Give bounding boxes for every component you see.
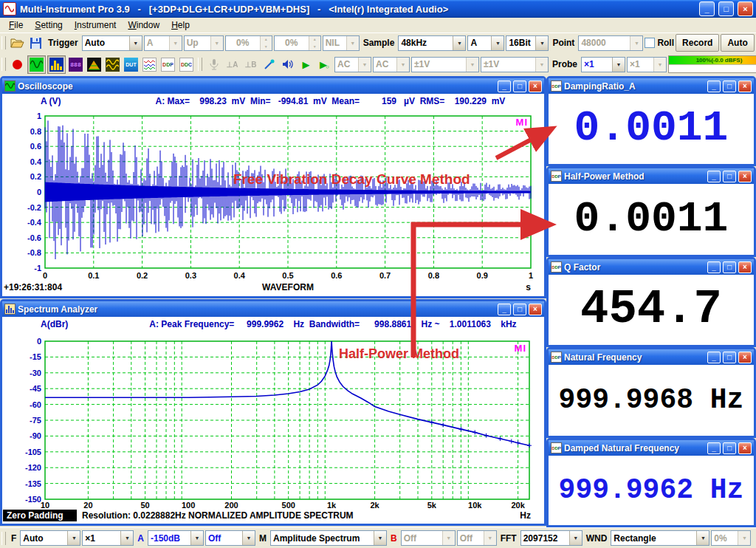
a-mode-combo[interactable]: Off▼ xyxy=(205,530,255,546)
record-indicator-button[interactable] xyxy=(9,56,26,73)
menu-window[interactable]: Window xyxy=(122,18,165,32)
natural-frequency-title-bar[interactable]: DDP Natural Frequency _ □ × xyxy=(549,349,754,365)
window-type-combo[interactable]: Rectangle▼ xyxy=(611,530,709,546)
multimeter-button[interactable]: 888 xyxy=(67,56,84,73)
chevron-down-icon[interactable]: ▼ xyxy=(453,36,465,50)
sampling-rate-combo[interactable]: 48kHz▼ xyxy=(398,35,466,51)
osc-x-tick: 0.6 xyxy=(331,271,342,280)
damping-ratio-title-bar[interactable]: DDP DampingRatio_A _ □ × xyxy=(549,78,754,94)
osc-x-tick: 0.8 xyxy=(428,271,439,280)
spinner-arrows: ▲▼ xyxy=(309,36,320,50)
close-button[interactable]: × xyxy=(738,261,752,273)
spec-x-tick: 5k xyxy=(427,501,437,510)
q-factor-title-bar[interactable]: DDP Q Factor _ □ × xyxy=(549,259,754,275)
maximize-button[interactable]: □ xyxy=(723,81,736,92)
a-range-combo[interactable]: -150dB▼ xyxy=(148,530,204,546)
menu-instrument[interactable]: Instrument xyxy=(69,18,123,32)
chevron-down-icon[interactable]: ▼ xyxy=(190,531,203,545)
half-power-title-bar[interactable]: DDP Half-Power Method _ □ × xyxy=(549,168,754,184)
calibration-button[interactable] xyxy=(261,56,278,73)
chevron-down-icon[interactable]: ▼ xyxy=(696,531,709,545)
sound-output-button[interactable] xyxy=(279,56,296,73)
maximize-button[interactable]: □ xyxy=(723,171,736,182)
close-button[interactable]: × xyxy=(529,81,542,92)
open-file-button[interactable] xyxy=(9,35,26,52)
chevron-down-icon[interactable]: ▼ xyxy=(129,36,142,50)
minimize-button[interactable]: _ xyxy=(498,304,511,315)
damped-natural-frequency-title-bar[interactable]: DDP Damped Natural Frequency _ □ × xyxy=(549,440,754,456)
maximize-button[interactable]: □ xyxy=(723,261,736,273)
minimize-button[interactable]: _ xyxy=(707,352,721,363)
chevron-down-icon[interactable]: ▼ xyxy=(569,531,582,545)
roll-checkbox-group[interactable]: Roll xyxy=(645,38,674,48)
minimize-button[interactable]: _ xyxy=(707,442,721,454)
spectrum-3d-button[interactable] xyxy=(86,56,103,73)
menu-help[interactable]: Help xyxy=(165,18,196,32)
chevron-down-icon[interactable]: ▼ xyxy=(612,58,625,72)
roll-checkbox[interactable] xyxy=(645,38,655,48)
minimize-button[interactable]: _ xyxy=(707,261,721,273)
range-a-value: ±1V xyxy=(412,59,466,69)
minimize-button[interactable]: _ xyxy=(498,81,511,92)
spectrum-analyzer-button[interactable] xyxy=(47,55,66,74)
osc-x-tick: 0.1 xyxy=(88,271,99,280)
close-button[interactable]: × xyxy=(738,171,752,182)
chevron-down-icon[interactable]: ▼ xyxy=(242,531,255,545)
toolbar-grip[interactable] xyxy=(1,532,6,545)
close-button[interactable]: × xyxy=(738,352,752,363)
chevron-down-icon[interactable]: ▼ xyxy=(120,531,133,545)
oscilloscope-icon xyxy=(30,58,44,72)
chevron-down-icon[interactable]: ▼ xyxy=(374,531,386,545)
maximize-button[interactable]: □ xyxy=(513,304,526,315)
trigger-mode-combo[interactable]: Auto▼ xyxy=(82,35,142,51)
menu-setting[interactable]: Setting xyxy=(29,18,68,32)
measurement-mode-combo[interactable]: Amplitude Spectrum▼ xyxy=(270,530,387,546)
minimize-button[interactable]: _ xyxy=(707,171,721,182)
run-button[interactable]: ▶ xyxy=(298,56,315,73)
chevron-down-icon: ▼ xyxy=(653,58,666,72)
run-loop-button[interactable]: ▶○ xyxy=(316,56,333,73)
menu-file[interactable]: File xyxy=(3,18,29,32)
close-button[interactable]: × xyxy=(738,442,752,454)
sampling-channel-combo[interactable]: A▼ xyxy=(467,35,504,51)
oscilloscope-stats: A: Max= 998.23 mV Min= -994.81 mV Mean= … xyxy=(61,96,506,106)
sampling-bits-combo[interactable]: 16Bit▼ xyxy=(506,35,549,51)
record-button[interactable]: Record xyxy=(676,34,719,52)
spectrum-title-bar[interactable]: Spectrum Analyzer _ □ × xyxy=(2,301,544,317)
oscilloscope-title-bar[interactable]: Oscilloscope _ □ × xyxy=(2,78,544,94)
maximize-button[interactable]: □ xyxy=(513,81,526,92)
maximize-button[interactable]: □ xyxy=(723,442,736,454)
spectrum-plot[interactable]: 0-15-30-45-60-75-90-105-120-135-15010205… xyxy=(2,332,544,524)
overlap-combo: 0%▼ xyxy=(711,530,751,546)
channel-b-label: B xyxy=(388,533,399,544)
signal-generator-button[interactable] xyxy=(104,56,121,73)
oscilloscope-button[interactable] xyxy=(27,55,46,74)
auto-button[interactable]: Auto xyxy=(721,34,754,52)
chevron-down-icon[interactable]: ▼ xyxy=(67,531,80,545)
close-button[interactable]: × xyxy=(738,81,752,92)
fft-label: FFT xyxy=(498,533,519,544)
value-display: 999.9968 Hz xyxy=(549,365,754,434)
derived-data-curves-button[interactable] xyxy=(141,56,158,73)
device-test-plan-button[interactable]: DUT xyxy=(123,56,140,73)
minimize-button[interactable]: _ xyxy=(707,81,721,92)
probe-b-combo: ×1▼ xyxy=(627,57,667,72)
probe-a-combo[interactable]: ×1▼ xyxy=(581,57,625,72)
ddc-button[interactable]: DDC xyxy=(178,56,195,73)
oscilloscope-plot[interactable]: 10.80.60.40.20-0.2-0.4-0.6-0.8-100.10.20… xyxy=(2,109,544,296)
chevron-down-icon[interactable]: ▼ xyxy=(491,36,504,50)
toolbar-grip[interactable] xyxy=(1,58,6,71)
close-button[interactable]: × xyxy=(738,1,753,16)
maximize-button[interactable]: □ xyxy=(718,1,734,16)
fft-size-combo[interactable]: 2097152▼ xyxy=(520,530,583,546)
minimize-button[interactable]: _ xyxy=(699,1,715,16)
toolbar-grip[interactable] xyxy=(1,36,6,49)
save-button[interactable] xyxy=(27,35,44,52)
ddp-viewer-button[interactable]: DDP xyxy=(159,56,176,73)
chevron-down-icon[interactable]: ▼ xyxy=(535,36,548,50)
frequency-mode-combo[interactable]: Auto▼ xyxy=(20,530,80,546)
maximize-button[interactable]: □ xyxy=(723,352,736,363)
osc-x-tick: 0.4 xyxy=(234,271,246,280)
frequency-scale-combo[interactable]: ×1▼ xyxy=(82,530,134,546)
close-button[interactable]: × xyxy=(529,304,542,315)
